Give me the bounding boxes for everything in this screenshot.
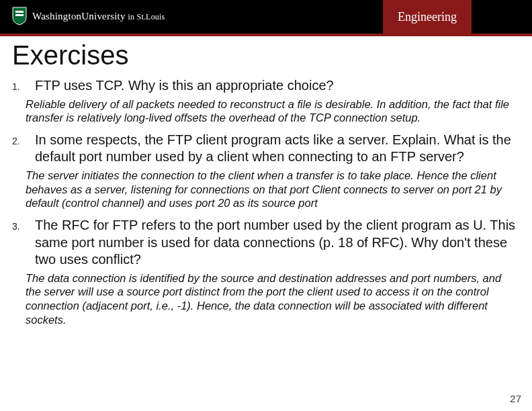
header-bar: WashingtonUniversity in St.Louis Enginee…	[0, 0, 532, 34]
svg-rect-0	[15, 11, 24, 13]
engineering-label: Engineering	[398, 10, 457, 24]
exercise-list: 1. FTP uses TCP. Why is this an appropri…	[12, 77, 520, 326]
exercise-answer: The server initiates the connection to t…	[26, 169, 520, 210]
exercise-number: 2.	[12, 132, 35, 146]
header-underline	[0, 34, 532, 36]
exercise-number: 1.	[12, 77, 35, 92]
exercise-item: 1. FTP uses TCP. Why is this an appropri…	[12, 77, 520, 125]
shield-icon	[12, 7, 27, 26]
page-number: 27	[510, 393, 521, 404]
exercise-number: 3.	[12, 217, 35, 232]
logo-univ: University	[81, 11, 128, 21]
engineering-tab: Engineering	[383, 0, 472, 34]
exercise-answer: Reliable delivery of all packets needed …	[26, 97, 520, 125]
slide-content: Exercises 1. FTP uses TCP. Why is this a…	[0, 34, 532, 326]
logo-in: in	[128, 12, 137, 21]
exercise-item: 3. The RFC for FTP refers to the port nu…	[12, 217, 520, 326]
exercise-question: The RFC for FTP refers to the port numbe…	[35, 217, 520, 269]
exercise-item: 2. In some respects, the FTP client prog…	[12, 132, 520, 210]
exercise-answer: The data connection is identified by the…	[26, 271, 520, 327]
university-logo: WashingtonUniversity in St.Louis	[12, 7, 165, 26]
exercise-question: In some respects, the FTP client program…	[35, 132, 520, 166]
page-title: Exercises	[12, 40, 520, 71]
logo-text: WashingtonUniversity in St.Louis	[32, 11, 165, 22]
exercise-question: FTP uses TCP. Why is this an appropriate…	[35, 77, 334, 95]
logo-prefix: Washington	[32, 11, 81, 21]
logo-place: St.Louis	[137, 12, 165, 21]
svg-rect-1	[15, 14, 24, 16]
